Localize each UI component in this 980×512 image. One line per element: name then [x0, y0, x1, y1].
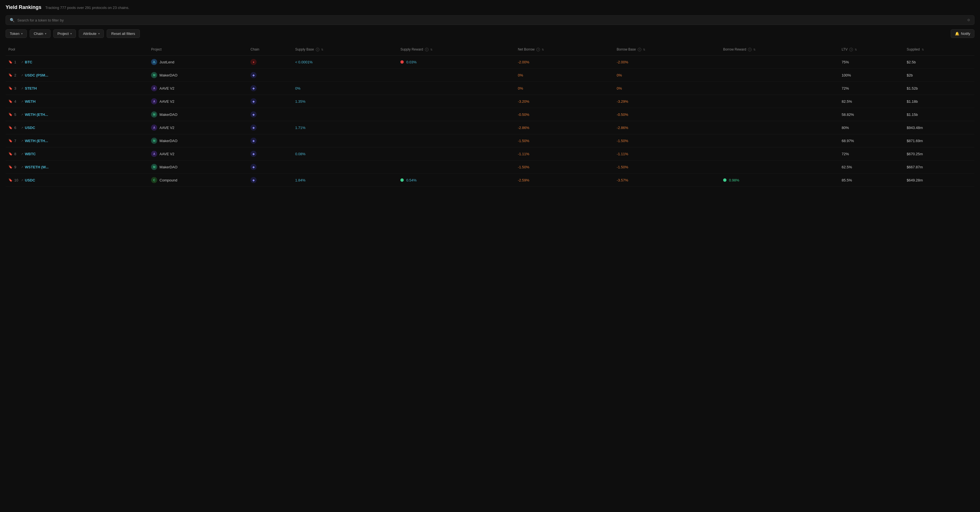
bookmark-icon[interactable]: 🔖 [8, 86, 13, 90]
pool-cell: 🔖 5 ↗ WETH (ETH... [6, 108, 148, 121]
token-name[interactable]: USDC [25, 178, 35, 182]
project-cell: C Compound [148, 173, 248, 187]
token-name[interactable]: WETH (ETH... [25, 139, 48, 143]
bookmark-icon[interactable]: 🔖 [8, 60, 13, 64]
bookmark-icon[interactable]: 🔖 [8, 126, 13, 130]
ltv-sort-icon[interactable]: ⇅ [854, 48, 857, 51]
bookmark-icon[interactable]: 🔖 [8, 178, 13, 182]
rank-number: 1 [14, 60, 19, 64]
chain-cell: ♦ [248, 56, 292, 69]
chain-cell: ◆ [248, 161, 292, 173]
external-link-icon[interactable]: ↗ [21, 87, 23, 90]
borrow-reward-dot [723, 178, 727, 182]
borrow-reward-info-icon[interactable]: ? [748, 48, 752, 51]
borrow-reward-value [720, 95, 839, 108]
borrow-reward-sort-icon[interactable]: ⇅ [753, 48, 756, 51]
net-borrow-value: -1.50% [515, 161, 614, 173]
supplied-value: $2.5b [904, 56, 974, 69]
external-link-icon[interactable]: ↗ [21, 126, 23, 129]
attribute-filter-button[interactable]: Attribute ▾ [79, 29, 103, 38]
supply-base-sort-icon[interactable]: ⇅ [321, 48, 323, 51]
chain-icon: ◆ [250, 85, 256, 91]
borrow-base-sort-icon[interactable]: ⇅ [643, 48, 645, 51]
external-link-icon[interactable]: ↗ [21, 165, 23, 169]
project-name: AAVE V2 [159, 152, 174, 156]
token-name[interactable]: STETH [25, 86, 37, 91]
project-filter-button[interactable]: Project ▾ [53, 29, 76, 38]
external-link-icon[interactable]: ↗ [21, 139, 23, 142]
pool-cell: 🔖 9 ↗ WSTETH (W... [6, 161, 148, 173]
rank-number: 3 [14, 86, 19, 91]
bookmark-icon[interactable]: 🔖 [8, 99, 13, 103]
bookmark-icon[interactable]: 🔖 [8, 152, 13, 156]
external-link-icon[interactable]: ↗ [21, 179, 23, 182]
supplied-value: $871.69m [904, 134, 974, 148]
borrow-base-value: -1.50% [614, 134, 720, 148]
token-name[interactable]: WETH [25, 99, 35, 103]
net-borrow-value: -2.86% [515, 121, 614, 134]
token-name[interactable]: WBTC [25, 152, 36, 156]
external-link-icon[interactable]: ↗ [21, 60, 23, 64]
token-name[interactable]: USDC [25, 126, 35, 130]
table-row: 🔖 8 ↗ WBTC A AAVE V2 ◆ 0.08%-1.11%-1.11%… [6, 148, 974, 161]
col-ltv: LTV ? ⇅ [839, 45, 904, 56]
borrow-base-value: -2.86% [614, 121, 720, 134]
pool-cell: 🔖 3 ↗ STETH [6, 82, 148, 95]
borrow-reward-value [720, 108, 839, 121]
token-filter-button[interactable]: Token ▾ [6, 29, 27, 38]
external-link-icon[interactable]: ↗ [21, 74, 23, 77]
supply-base-value: < 0.0001% [292, 56, 398, 69]
supply-reward-value [398, 148, 515, 161]
supplied-sort-icon[interactable]: ⇅ [922, 48, 924, 51]
net-borrow-value: 0% [515, 82, 614, 95]
bookmark-icon[interactable]: 🔖 [8, 139, 13, 143]
ltv-value: 100% [839, 69, 904, 82]
ltv-value: 75% [839, 56, 904, 69]
chain-filter-button[interactable]: Chain ▾ [30, 29, 51, 38]
external-link-icon[interactable]: ↗ [21, 113, 23, 116]
project-avatar: M [151, 72, 157, 78]
col-project: Project [148, 45, 248, 56]
search-input[interactable] [18, 18, 964, 22]
bookmark-icon[interactable]: 🔖 [8, 73, 13, 77]
ltv-value: 80% [839, 121, 904, 134]
net-borrow-value: -3.20% [515, 95, 614, 108]
reset-filters-button[interactable]: Reset all filters [107, 29, 140, 38]
token-name[interactable]: WSTETH (W... [25, 165, 49, 169]
bookmark-icon[interactable]: 🔖 [8, 113, 13, 116]
chain-icon: ◆ [250, 111, 256, 118]
net-borrow-sort-icon[interactable]: ⇅ [542, 48, 544, 51]
borrow-reward-value [720, 69, 839, 82]
supply-reward-sort-icon[interactable]: ⇅ [430, 48, 433, 51]
project-avatar: A [151, 98, 157, 104]
net-borrow-value: -1.50% [515, 134, 614, 148]
supply-reward-info-icon[interactable]: ? [425, 48, 429, 51]
project-cell: A AAVE V2 [148, 121, 248, 134]
token-name[interactable]: WETH (ETH... [25, 113, 48, 117]
external-link-icon[interactable]: ↗ [21, 153, 23, 156]
ltv-value: 82.5% [839, 95, 904, 108]
token-name[interactable]: BTC [25, 60, 32, 64]
notify-button[interactable]: 🔔 Notify [951, 29, 974, 38]
external-link-icon[interactable]: ↗ [21, 100, 23, 103]
supplied-value: $670.25m [904, 148, 974, 161]
chain-icon: ◆ [250, 98, 256, 104]
supplied-value: $1.15b [904, 108, 974, 121]
token-name[interactable]: USDC (PSM... [25, 73, 48, 77]
borrow-base-info-icon[interactable]: ? [638, 48, 641, 51]
project-name: MakerDAO [159, 165, 177, 169]
supplied-value: $1.52b [904, 82, 974, 95]
supply-reward-value: 0.54% [398, 173, 515, 187]
supply-base-value: 0.08% [292, 148, 398, 161]
project-cell: JL JustLend [148, 56, 248, 69]
net-borrow-info-icon[interactable]: ? [536, 48, 540, 51]
bookmark-icon[interactable]: 🔖 [8, 165, 13, 169]
borrow-reward-value [720, 56, 839, 69]
chain-icon: ◆ [250, 72, 256, 78]
project-cell: A AAVE V2 [148, 148, 248, 161]
supply-base-info-icon[interactable]: ? [316, 48, 320, 51]
ltv-value: 85.5% [839, 173, 904, 187]
table-row: 🔖 7 ↗ WETH (ETH... M MakerDAO ◆ -1.50%-1… [6, 134, 974, 148]
ltv-info-icon[interactable]: ? [850, 48, 853, 51]
borrow-reward-value [720, 161, 839, 173]
